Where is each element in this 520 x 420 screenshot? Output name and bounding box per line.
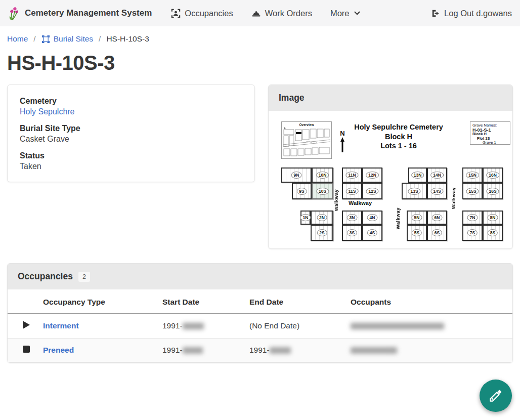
edit-fab-button[interactable] <box>480 380 512 412</box>
plot-label: 1N <box>300 214 311 221</box>
plot-12S: 12S <box>362 183 382 199</box>
plot-9N: 9N <box>281 167 312 183</box>
grave-names-legend: Grave Names: H-01-S-1 Block H Plot 1S Gr… <box>470 121 510 145</box>
occupancy-type-link[interactable]: Preneed <box>43 346 74 354</box>
column-start-date: Start Date <box>158 289 245 314</box>
plot-label: 14N <box>430 172 444 179</box>
column-occupants: Occupants <box>346 289 512 314</box>
table-row: Interment 1991- (No End Date) <box>8 314 512 339</box>
occupancies-title: Occupancies <box>18 271 73 282</box>
pencil-icon <box>488 388 503 403</box>
start-date-prefix: 1991- <box>162 346 183 354</box>
details-card: Cemetery Holy Sepulchre Burial Site Type… <box>7 85 255 182</box>
plot-5N: 5N <box>407 211 427 225</box>
end-date-prefix: 1991- <box>249 346 270 354</box>
plot-11S: 11S <box>342 183 362 199</box>
walkway-label-vertical: Walkway <box>333 189 339 211</box>
column-occupancy-type: Occupancy Type <box>39 289 158 314</box>
map-title: Holy Sepulchre Cemetery Block H Lots 1 -… <box>345 122 452 151</box>
map-title-line1: Holy Sepulchre Cemetery <box>345 122 452 132</box>
plot-12N: 12N <box>362 167 382 183</box>
burial-site-type-value: Casket Grave <box>20 135 242 144</box>
table-row: Preneed 1991- 1991- <box>8 339 512 362</box>
plot-14N: 14N <box>427 167 447 183</box>
plot-8N: 8N <box>483 211 503 225</box>
plot-5S: 5S <box>407 225 427 241</box>
plot-label: 7N <box>467 214 478 221</box>
walkway-label-vertical: Walkway <box>395 207 401 229</box>
image-card: Image Overview <box>268 85 513 249</box>
overview-label: Overview <box>282 123 331 127</box>
plot-13N: 13N <box>408 167 427 183</box>
plot-2S: 2S <box>311 225 333 241</box>
nav-right: Log Out d.gowans <box>430 9 512 18</box>
plot-10S-highlighted: 10S <box>312 183 333 199</box>
image-card-title: Image <box>269 85 512 111</box>
breadcrumb-burial-sites[interactable]: Burial Sites <box>41 34 93 44</box>
map-title-line3: Lots 1 - 16 <box>345 141 452 151</box>
plot-label: 16S <box>486 188 499 195</box>
plot-6N: 6N <box>427 211 447 225</box>
nav-work-orders[interactable]: Work Orders <box>251 9 312 18</box>
plot-3N: 3N <box>342 211 362 225</box>
plot-label: 15S <box>466 188 479 195</box>
plot-label: 13N <box>411 172 424 179</box>
nav-work-orders-label: Work Orders <box>265 9 312 18</box>
plot-label: 6N <box>432 214 443 221</box>
occupancies-header: Occupancies 2 <box>8 264 512 289</box>
breadcrumb: Home / Burial Sites / HS-H-10S-3 <box>0 26 520 46</box>
map-title-line2: Block H <box>345 132 452 142</box>
plot-label: 2S <box>317 229 327 236</box>
plot-9S: 9S <box>292 183 312 199</box>
brand[interactable]: Cemetery Management System <box>8 6 152 20</box>
legend-line5: Grave 1 <box>472 141 508 145</box>
end-date-value: (No End Date) <box>245 314 346 339</box>
breadcrumb-separator: / <box>99 34 101 44</box>
hard-hat-icon <box>251 9 261 18</box>
top-navbar: Cemetery Management System Occupancies <box>0 0 520 26</box>
nav-more-label: More <box>330 9 350 18</box>
redacted-occupants <box>351 347 397 354</box>
plot-label: 2N <box>317 214 327 221</box>
cemetery-block-map: Overview <box>275 117 509 242</box>
breadcrumb-home[interactable]: Home <box>7 34 28 44</box>
plot-label: 5N <box>412 214 422 221</box>
column-status <box>8 289 39 314</box>
plot-label: 3N <box>347 214 358 221</box>
plot-label: 10S <box>316 188 329 195</box>
plot-14S: 14S <box>427 183 447 199</box>
breadcrumb-burial-sites-label: Burial Sites <box>54 34 93 44</box>
logout-label: Log Out d.gowans <box>444 9 512 18</box>
logout-button[interactable]: Log Out d.gowans <box>430 9 512 18</box>
app-title: Cemetery Management System <box>25 8 152 18</box>
burial-site-type-label: Burial Site Type <box>20 124 242 133</box>
occupancies-count-badge: 2 <box>78 272 90 282</box>
stop-icon <box>23 346 30 353</box>
plot-15N: 15N <box>462 167 483 183</box>
walkway-label-horizontal: Walkway <box>349 200 372 206</box>
plot-label: 9S <box>296 188 307 195</box>
plot-label: 15N <box>466 172 479 179</box>
occupancy-type-link[interactable]: Interment <box>43 321 79 330</box>
plot-label: 9N <box>291 172 302 179</box>
plot-8S: 8S <box>483 225 503 241</box>
redacted-occupants <box>351 323 444 329</box>
plot-3S: 3S <box>342 225 362 241</box>
plot-13S: 13S <box>402 183 427 199</box>
nav-occupancies[interactable]: Occupancies <box>171 9 233 18</box>
occupancies-table: Occupancy Type Start Date End Date Occup… <box>8 289 512 362</box>
plot-label: 4N <box>367 214 378 221</box>
plot-label: 8N <box>488 214 498 221</box>
plot-label: 12N <box>366 172 379 179</box>
redacted-value <box>270 347 291 354</box>
plot-label: 7S <box>467 229 478 236</box>
nav-more[interactable]: More <box>330 9 361 18</box>
plot-10N: 10N <box>312 167 333 183</box>
plot-label: 14S <box>430 188 443 195</box>
image-card-body: Overview <box>269 111 512 248</box>
column-end-date: End Date <box>245 289 346 314</box>
cemetery-link[interactable]: Holy Sepulchre <box>20 107 75 116</box>
plot-label: 6S <box>432 229 442 236</box>
plot-label: 4S <box>367 229 377 236</box>
burial-site-frame-icon <box>41 35 50 44</box>
